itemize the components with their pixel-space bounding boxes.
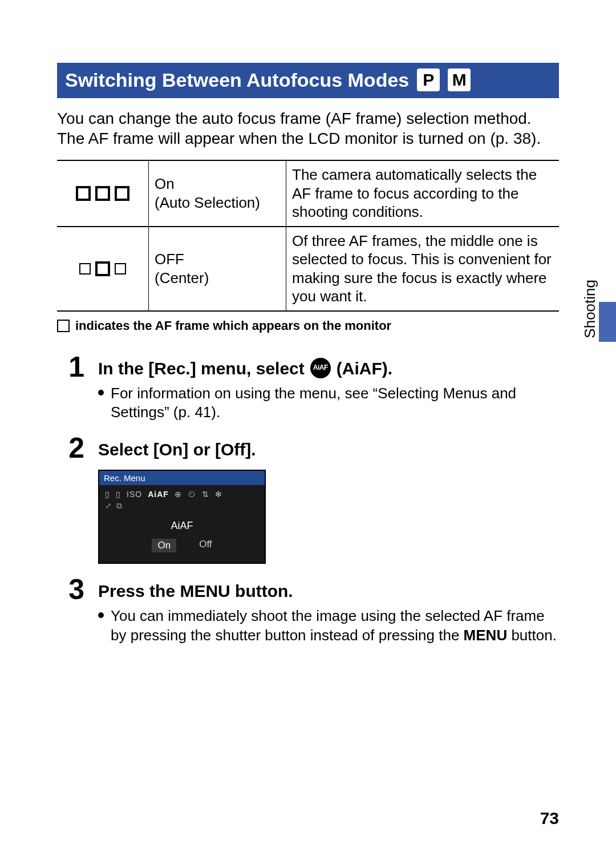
setting-name: OFF [155, 250, 280, 269]
bullet-item: You can immediately shoot the image usin… [98, 607, 559, 645]
step-title: Select [On] or [Off]. [98, 434, 559, 461]
setting-description: The camera automatically selects the AF … [286, 160, 560, 227]
square-icon [115, 186, 129, 201]
step-number: 3 [57, 575, 84, 604]
menu-bold: MENU [464, 627, 508, 644]
lcd-icon-row-2: ⤢ ⧉ [99, 501, 265, 516]
page-number: 73 [540, 809, 559, 828]
lcd-glyph: ⇅ [202, 490, 209, 499]
intro-paragraph: You can change the auto focus frame (AF … [57, 108, 559, 148]
table-row: OFF (Center) Of three AF frames, the mid… [57, 227, 559, 311]
square-icon [95, 261, 110, 276]
lcd-glyph: ▯ [105, 490, 110, 499]
lcd-title: Rec. Menu [99, 471, 265, 485]
aiaf-icon: AiAF [310, 358, 331, 378]
step-bullets: You can immediately shoot the image usin… [98, 607, 559, 645]
section-tab: Shooting [578, 274, 616, 342]
section-tab-color [599, 302, 616, 342]
lcd-glyph: ⏲ [188, 490, 196, 499]
mode-badge-p: P [417, 68, 440, 91]
step-title-text: In the [Rec.] menu, select [98, 357, 305, 380]
step-bullets: For information on using the menu, see “… [98, 384, 559, 423]
step-title: Press the MENU button. [98, 575, 559, 602]
square-icon [79, 263, 91, 274]
af-modes-table: On (Auto Selection) The camera automatic… [57, 160, 559, 312]
step-3: 3 Press the MENU button. You can immedia… [57, 575, 559, 645]
lcd-glyph: ISO [127, 490, 142, 499]
lcd-option-off: Off [199, 539, 212, 552]
lcd-option-on: On [152, 539, 176, 552]
setting-sub: (Center) [155, 269, 280, 288]
square-icon [57, 320, 70, 332]
setting-description: Of three AF frames, the middle one is se… [286, 227, 560, 311]
square-icon [95, 186, 110, 201]
mode-badge-m: M [448, 68, 471, 91]
section-heading: Switching Between Autofocus Modes P M [57, 63, 559, 98]
step-title-text: Select [On] or [Off]. [98, 438, 256, 461]
step-number: 1 [57, 353, 84, 381]
square-icon [76, 186, 91, 201]
lcd-options: On Off [99, 536, 265, 563]
af-frame-icon-center [63, 261, 143, 276]
manual-page: Switching Between Autofocus Modes P M Yo… [0, 0, 616, 868]
section-tab-label: Shooting [578, 274, 599, 342]
square-icon [115, 263, 126, 274]
footnote-text: indicates the AF frame which appears on … [75, 318, 391, 333]
step-title-text: Press the MENU button. [98, 580, 293, 602]
af-frame-icon-auto [63, 186, 143, 201]
table-row: On (Auto Selection) The camera automatic… [57, 160, 559, 227]
lcd-glyph: ▯ [116, 490, 121, 499]
step-title: In the [Rec.] menu, select AiAF (AiAF). [98, 353, 559, 380]
step-number: 2 [57, 434, 84, 462]
lcd-glyph: ✻ [215, 490, 222, 499]
lcd-screenshot: Rec. Menu ▯ ▯ ISO AiAF ⊕ ⏲ ⇅ ✻ ⤢ ⧉ AiAF [98, 470, 266, 564]
bullet-item: For information on using the menu, see “… [98, 384, 559, 423]
step-list: 1 In the [Rec.] menu, select AiAF (AiAF)… [57, 353, 559, 645]
step-title-text: (AiAF). [337, 357, 392, 380]
lcd-icon-row: ▯ ▯ ISO AiAF ⊕ ⏲ ⇅ ✻ [99, 485, 265, 501]
heading-text: Switching Between Autofocus Modes [65, 69, 409, 91]
lcd-glyph: AiAF [148, 490, 169, 499]
step-2: 2 Select [On] or [Off]. Rec. Menu ▯ ▯ IS… [57, 434, 559, 564]
setting-name: On [155, 175, 280, 193]
table-footnote: indicates the AF frame which appears on … [57, 318, 559, 333]
setting-sub: (Auto Selection) [155, 193, 280, 212]
step-1: 1 In the [Rec.] menu, select AiAF (AiAF)… [57, 353, 559, 423]
lcd-glyph: ⊕ [175, 490, 182, 499]
lcd-mode-label: AiAF [99, 516, 265, 536]
